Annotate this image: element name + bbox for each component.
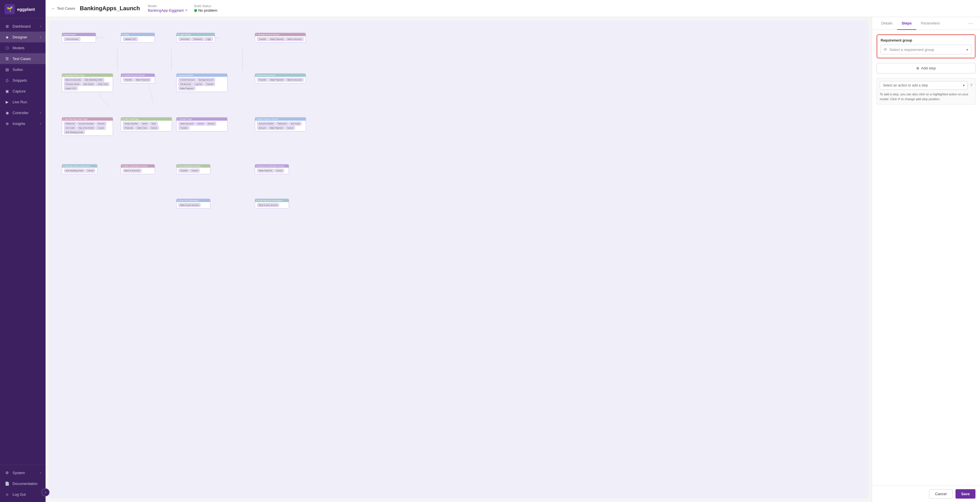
sidebar-item-dashboard[interactable]: ⊞ Dashboard › — [0, 21, 46, 32]
flow-btn-select-account[interactable]: Select Account — [178, 122, 195, 126]
flow-node-final-payment-confirmation[interactable]: # Final Payment Confirmation Back to you… — [255, 199, 289, 209]
flow-btn-back-to-account[interactable]: Back to Account — [286, 78, 304, 82]
req-group-select[interactable]: ⟳ Select a requirement group ▾ — [881, 44, 972, 54]
flow-node-order-card-page[interactable]: # Order Card Page House NumberStreetTown… — [121, 117, 172, 132]
flow-btn-export-csv[interactable]: Export CSV — [64, 86, 78, 90]
sidebar-item-log-out[interactable]: ⎋ Log Out — [0, 489, 46, 500]
sidebar-toggle[interactable]: ‹ — [41, 488, 49, 496]
flow-btn-back-to-accounts[interactable]: Back to Accounts — [64, 78, 83, 82]
flow-btn-transfer[interactable]: Transfer — [257, 37, 268, 41]
flow-btn-day-of-the-month[interactable]: Day of the Month — [77, 126, 95, 130]
flow-btn-order-card[interactable]: Order Card — [96, 82, 109, 86]
flow-btn-reference[interactable]: Reference — [276, 122, 288, 126]
flow-btn-town[interactable]: Town — [150, 122, 158, 126]
flow-btn-postcode[interactable]: Postcode — [123, 126, 135, 130]
flow-btn-amount[interactable]: Amount — [206, 122, 216, 126]
model-value[interactable]: BankingApp-Eggplant ↗ — [148, 8, 187, 13]
flow-node-global-actions[interactable]: Global Actions Close Browser — [62, 33, 96, 43]
flow-btn-login[interactable]: Login — [204, 37, 213, 41]
flow-node-savings-account-screen[interactable]: # Savings Account Screen TransferMake Pa… — [255, 33, 306, 43]
flow-btn-transfer[interactable]: Transfer — [257, 78, 268, 82]
flow-btn-cancel[interactable]: Cancel — [86, 169, 95, 172]
flow-node-current-account-screen[interactable]: # Current Account Screen TransferMake Pa… — [121, 73, 155, 83]
flow-btn-transfer[interactable]: Transfer — [178, 126, 189, 130]
flow-btn-make-payment[interactable]: Make Payment — [134, 78, 151, 82]
tab-details[interactable]: Details — [877, 17, 897, 30]
flow-btn-reference[interactable]: Reference — [64, 122, 76, 126]
action-select-dropdown[interactable]: Select an action to add a step ▾ — [880, 81, 968, 90]
flow-btn-cancel[interactable]: Cancel — [274, 169, 284, 172]
flow-node-tin-confirmation-screen[interactable]: # Tin Confirmation Screen TransferCancel — [176, 164, 210, 174]
flow-node-setup[interactable]: # Setup Validate SUT — [121, 33, 155, 43]
flow-btn-make-payment[interactable]: Make Payment — [257, 169, 274, 172]
sidebar-item-controller[interactable]: ◉ Controller › — [0, 107, 46, 118]
action-help-icon[interactable]: ? — [970, 83, 972, 87]
flow-node-standing-orders-page[interactable]: # Standing Orders Page Back to AccountsA… — [62, 73, 113, 92]
flow-node-isa-account-screen[interactable]: # ISA Account Screen TransferMake Paymen… — [255, 73, 306, 83]
panel-more-icon[interactable]: ⋯ — [966, 18, 975, 29]
flow-btn-close-browser[interactable]: Close Browser — [64, 37, 81, 41]
flow-btn-make-payment[interactable]: Make Payment — [269, 37, 285, 41]
flow-btn-transfer[interactable]: Transfer — [178, 169, 189, 172]
flow-node-transfer-page[interactable]: # Transfer Page Select AccountCancelAmou… — [176, 117, 228, 132]
sidebar-item-documentation[interactable]: 📄 Documentation — [0, 478, 46, 489]
sidebar-item-capture[interactable]: ▣ Capture — [0, 86, 46, 97]
flow-btn-sort-code[interactable]: Sort Code — [64, 126, 76, 130]
add-step-button[interactable]: ⊕ Add step — [877, 63, 975, 73]
flow-btn-back-to-accounts[interactable]: Back to Accounts — [123, 169, 142, 172]
back-link[interactable]: ← Test Cases — [51, 6, 75, 11]
flow-btn-make-payment[interactable]: Make Payment — [178, 86, 195, 90]
sidebar-item-suites[interactable]: ▤ Suites — [0, 64, 46, 75]
flow-node-payment-confirmation-screen[interactable]: # Payment Confirmation Screen Make Payme… — [255, 164, 289, 174]
sidebar-item-live-run[interactable]: ▶ Live Run — [0, 97, 46, 107]
flow-btn-current-account[interactable]: Current Account — [178, 78, 196, 82]
flow-btn-previous-month[interactable]: Previous Month — [64, 82, 81, 86]
flow-btn-amount[interactable]: Amount — [96, 122, 106, 126]
flow-btn-cancel[interactable]: Cancel — [149, 126, 159, 130]
sidebar-item-designer[interactable]: ◈ Designer › — [0, 32, 46, 42]
flow-node-order-confirmation-screen[interactable]: # Order Confirmation Screen Back to Acco… — [121, 164, 155, 174]
flow-btn-add-standing-order[interactable]: Add Standing Order — [64, 130, 85, 134]
canvas-area[interactable]: Global Actions Close Browser # Setup Val… — [49, 21, 869, 499]
save-button[interactable]: Save — [956, 489, 975, 499]
flow-btn-house-number[interactable]: House Number — [123, 122, 140, 126]
flow-btn-transfer[interactable]: Transfer — [123, 78, 134, 82]
sidebar-item-test-cases[interactable]: ☰ Test Cases — [0, 53, 46, 64]
flow-btn-next-month[interactable]: Next Month — [82, 82, 95, 86]
flow-btn-sort-code[interactable]: Sort Code — [289, 122, 302, 126]
flow-btn-cancel[interactable]: Cancel — [196, 122, 205, 126]
flow-btn-add-standing-order[interactable]: Add Standing Order — [83, 78, 104, 82]
flow-btn-log-out[interactable]: Log Out — [193, 82, 204, 86]
flow-btn-street[interactable]: Street — [140, 122, 149, 126]
flow-btn-password[interactable]: Password — [192, 37, 204, 41]
sidebar-item-models[interactable]: ⬡ Models — [0, 42, 46, 53]
cancel-button[interactable]: Cancel — [929, 489, 952, 499]
flow-btn-username[interactable]: Username — [178, 37, 191, 41]
flow-btn-cancel[interactable]: Cancel — [96, 126, 106, 130]
flow-node-login-screen[interactable]: # Login Screen UsernamePasswordLogin — [176, 33, 215, 43]
flow-btn-isa-account[interactable]: ISA Account — [178, 82, 193, 86]
flow-btn-account-number[interactable]: Account Number — [77, 122, 95, 126]
flow-btn-add-standing-order[interactable]: Add Standing Order — [64, 169, 85, 172]
flow-btn-order-card[interactable]: Order Card — [135, 126, 149, 130]
flow-node-add-standing-order-page[interactable]: # Add Standing Order Page ReferenceAccou… — [62, 117, 113, 136]
flow-btn-amount[interactable]: Amount — [257, 126, 267, 130]
sidebar-item-insights[interactable]: ⊛ Insights › — [0, 118, 46, 129]
flow-node-standing-order-confirmation[interactable]: # Standing Order Confirmation Add Standi… — [62, 164, 98, 174]
flow-btn-validate-sut[interactable]: Validate SUT — [123, 37, 138, 41]
tab-parameters[interactable]: Parameters — [916, 17, 944, 30]
flow-btn-make-payment[interactable]: Make Payment — [269, 78, 285, 82]
flow-btn-transfer[interactable]: Transfer — [204, 82, 215, 86]
flow-node-make-payment-screen[interactable]: # Make Payment Screen Account NumberRefe… — [255, 117, 306, 132]
flow-btn-account-number[interactable]: Account Number — [257, 122, 275, 126]
flow-btn-back-to-your-account[interactable]: Back to your account — [178, 203, 200, 207]
flow-btn-savings-account[interactable]: Savings Account — [197, 78, 215, 82]
flow-btn-make-payment[interactable]: Make Payment — [268, 126, 285, 130]
flow-btn-cancel[interactable]: Cancel — [190, 169, 200, 172]
flow-btn-back-to-account[interactable]: Back to Account — [286, 37, 304, 41]
flow-btn-back-to-your-account[interactable]: Back to your account — [257, 203, 279, 207]
flow-btn-cancel[interactable]: Cancel — [285, 126, 295, 130]
flow-node-final-tin-confirmation[interactable]: # Final Tin Confirmation Back to your ac… — [176, 199, 210, 209]
sidebar-item-system[interactable]: ⚙ System › — [0, 467, 46, 478]
flow-node-account-screen[interactable]: # Account Screen Current AccountSavings … — [176, 73, 228, 92]
